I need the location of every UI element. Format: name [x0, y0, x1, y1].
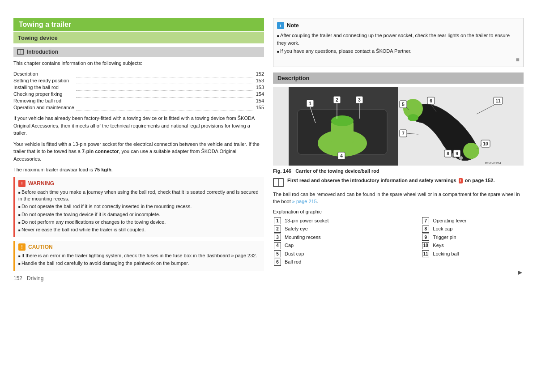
read-first-book-icon	[273, 178, 284, 187]
warning-icon: !	[18, 180, 26, 187]
diagram-svg: 1 2 3 4	[273, 87, 524, 166]
left-column: Towing a trailer Towing device Introduct…	[13, 18, 264, 379]
toc-page: 153	[254, 84, 264, 91]
warning-item: Do not perform any modifications or chan…	[18, 219, 260, 226]
toc-dots	[76, 91, 254, 98]
svg-text:BSE-0154: BSE-0154	[485, 161, 502, 165]
expl-num: 9	[422, 234, 432, 241]
diagram-container: 1 2 3 4	[273, 87, 524, 166]
intro-text: This chapter contains information on the…	[13, 60, 264, 67]
expl-num: 10	[422, 242, 432, 249]
note-box: i Note After coupling the trailer and co…	[273, 18, 524, 67]
toc-page: 154	[254, 91, 264, 98]
caution-label: CAUTION	[28, 244, 53, 250]
expl-num: 11	[422, 250, 432, 258]
sub-title: Towing device	[13, 32, 264, 43]
expl-row: 6 Ball rod	[274, 258, 523, 266]
svg-text:1: 1	[309, 101, 311, 106]
svg-text:2: 2	[336, 98, 338, 102]
toc-row: Installing the ball rod 153	[13, 84, 264, 91]
fig-label: Fig. 146	[273, 168, 291, 174]
svg-text:11: 11	[495, 98, 501, 103]
expl-label: 13-pin power socket	[285, 217, 421, 225]
book-icon	[17, 49, 24, 55]
expl-label: Ball rod	[285, 258, 421, 266]
diagram-title: Carrier of the towing device/ball rod	[295, 168, 379, 174]
svg-text:6: 6	[430, 98, 432, 103]
expl-num: 2	[274, 225, 284, 233]
toc-row: Setting the ready position 153	[13, 77, 264, 84]
warning-header: ! WARNING	[18, 180, 260, 187]
expl-label: Locking ball	[433, 250, 523, 258]
toc-label: Description	[13, 71, 76, 77]
toc-label: Checking proper fixing	[13, 91, 76, 98]
diagram-caption: Fig. 146 Carrier of the towing device/ba…	[273, 168, 524, 174]
body-text-2: Your vehicle is fitted with a 13-pin pow…	[13, 141, 264, 163]
expl-label: Operating lever	[433, 217, 523, 225]
warning-item: Never release the ball rod while the tra…	[18, 226, 260, 233]
toc-row: Description 152	[13, 71, 264, 77]
read-first-text: First read and observe the introductory …	[287, 177, 495, 184]
warning-list: Before each time you make a journey when…	[18, 189, 260, 234]
warning-box: ! WARNING Before each time you make a jo…	[13, 177, 264, 237]
toc-label: Removing the ball rod	[13, 98, 76, 104]
toc-label: Setting the ready position	[13, 77, 76, 84]
expl-label: Cap	[285, 242, 421, 249]
toc-label: Operation and maintenance	[13, 104, 76, 111]
warning-item: Do not operate the towing device if it i…	[18, 211, 260, 218]
note-separator: ■	[277, 56, 520, 63]
note-label: Note	[287, 22, 299, 29]
body-text-3: The maximum trailer drawbar load is 75 k…	[13, 166, 264, 174]
expl-row: 4 Cap 10Keys	[274, 242, 523, 249]
toc-dots	[76, 71, 254, 77]
caution-list: If there is an error in the trailer ligh…	[18, 252, 260, 267]
expl-num: 1	[274, 217, 284, 225]
read-first-box: First read and observe the introductory …	[273, 177, 524, 187]
desc-header: Description	[273, 72, 524, 84]
expl-num: 4	[274, 242, 284, 249]
caution-item: Handle the ball rod carefully to avoid d…	[18, 260, 260, 267]
toc-page: 152	[254, 71, 264, 77]
expl-label: Keys	[433, 242, 523, 249]
caution-box: ! CAUTION If there is an error in the tr…	[13, 241, 264, 271]
expl-num: 7	[422, 217, 432, 225]
expl-num: 3	[274, 234, 284, 241]
svg-text:10: 10	[483, 141, 488, 146]
ball-rod-text: The ball rod can be removed and can be f…	[273, 191, 524, 205]
expl-row: 5 Dust cap 11Locking ball	[274, 250, 523, 258]
svg-text:7: 7	[402, 131, 405, 136]
expl-label: Trigger pin	[433, 234, 523, 241]
toc-dots	[76, 98, 254, 104]
expl-num: 8	[422, 225, 432, 233]
expl-label: Safety eye	[285, 225, 421, 233]
svg-text:5: 5	[402, 102, 405, 107]
svg-text:4: 4	[340, 153, 343, 158]
svg-point-4	[331, 115, 354, 126]
note-header: i Note	[277, 22, 520, 29]
expl-header: Explanation of graphic	[273, 209, 524, 214]
toc-dots	[76, 104, 254, 111]
toc-row: Checking proper fixing 154	[13, 91, 264, 98]
page-number: 152	[13, 275, 22, 281]
page-container: Towing a trailer Towing device Introduct…	[0, 0, 537, 392]
right-column: i Note After coupling the trailer and co…	[273, 18, 524, 379]
note-list: After coupling the trailer and connectin…	[277, 32, 520, 55]
toc-page: 153	[254, 77, 264, 84]
intro-header: Introduction	[13, 47, 264, 57]
svg-point-19	[463, 143, 479, 159]
expl-num: 5	[274, 250, 284, 258]
intro-header-label: Introduction	[27, 49, 58, 55]
svg-text:9: 9	[456, 151, 458, 156]
caution-icon: !	[18, 243, 26, 251]
exclaim-icon: !	[459, 178, 463, 184]
expl-row: 2 Safety eye 8Lock cap	[274, 225, 523, 233]
expl-num: 6	[274, 258, 284, 266]
toc-row: Removing the ball rod 154	[13, 98, 264, 104]
expl-row: 1 13-pin power socket 7Operating lever	[274, 217, 523, 225]
note-icon: i	[277, 22, 284, 29]
page-section: Driving	[24, 275, 43, 281]
toc-table: Description 152 Setting the ready positi…	[13, 71, 264, 111]
warning-item: Before each time you make a journey when…	[18, 189, 260, 203]
warning-label: WARNING	[28, 180, 54, 187]
next-page-arrow: ►	[516, 268, 524, 277]
